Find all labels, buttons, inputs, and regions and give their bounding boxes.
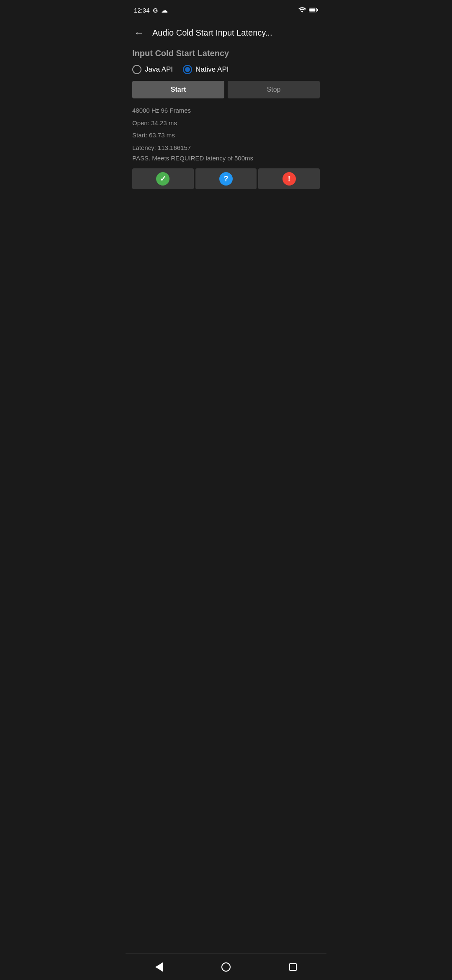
status-bar-left: 12:34 G ☁ <box>134 6 168 14</box>
bottom-nav <box>126 953 326 980</box>
radio-java-api[interactable]: Java API <box>132 65 173 74</box>
open-latency-info: Open: 34.23 ms <box>132 118 320 129</box>
radio-native-inner <box>185 67 190 72</box>
status-button-row: ✓ ? ! <box>132 168 320 189</box>
nav-home-icon <box>221 962 231 972</box>
radio-native-label: Native API <box>195 65 229 74</box>
start-latency-info: Start: 63.73 ms <box>132 130 320 141</box>
pass-message: PASS. Meets REQUIRED latency of 500ms <box>132 155 320 162</box>
back-button[interactable]: ← <box>132 25 146 40</box>
radio-java-label: Java API <box>145 65 173 74</box>
svg-rect-1 <box>309 8 315 11</box>
error-status-button[interactable]: ! <box>258 168 320 189</box>
nav-back-icon <box>155 962 163 972</box>
radio-native-circle <box>183 65 192 74</box>
main-content: Input Cold Start Latency Java API Native… <box>126 45 326 953</box>
nav-recents-button[interactable] <box>280 959 306 975</box>
stop-button[interactable]: Stop <box>228 81 320 98</box>
start-button[interactable]: Start <box>132 81 224 98</box>
radio-java-circle <box>132 65 141 74</box>
svg-rect-2 <box>317 9 318 11</box>
latency-value-info: Latency: 113.166157 <box>132 142 320 153</box>
pass-icon: ✓ <box>156 172 170 186</box>
status-bar-right <box>298 7 318 13</box>
status-bar: 12:34 G ☁ <box>126 0 326 20</box>
back-arrow-icon: ← <box>134 27 144 39</box>
info-status-button[interactable]: ? <box>195 168 257 189</box>
pass-status-button[interactable]: ✓ <box>132 168 194 189</box>
header-title: Audio Cold Start Input Latency... <box>152 28 320 38</box>
api-radio-group: Java API Native API <box>132 65 320 74</box>
error-icon: ! <box>282 172 296 186</box>
status-time: 12:34 <box>134 7 150 14</box>
wifi-icon <box>298 7 306 13</box>
cloud-icon: ☁ <box>161 6 168 14</box>
info-icon: ? <box>219 172 233 186</box>
google-icon: G <box>153 7 158 14</box>
radio-native-api[interactable]: Native API <box>183 65 229 74</box>
nav-recents-icon <box>289 963 297 971</box>
nav-back-button[interactable] <box>146 959 172 975</box>
hz-frames-info: 48000 Hz 96 Frames <box>132 105 320 116</box>
nav-home-button[interactable] <box>213 959 239 975</box>
control-button-row: Start Stop <box>132 81 320 98</box>
battery-icon <box>309 7 318 13</box>
section-title: Input Cold Start Latency <box>132 49 320 58</box>
header: ← Audio Cold Start Input Latency... <box>126 20 326 45</box>
